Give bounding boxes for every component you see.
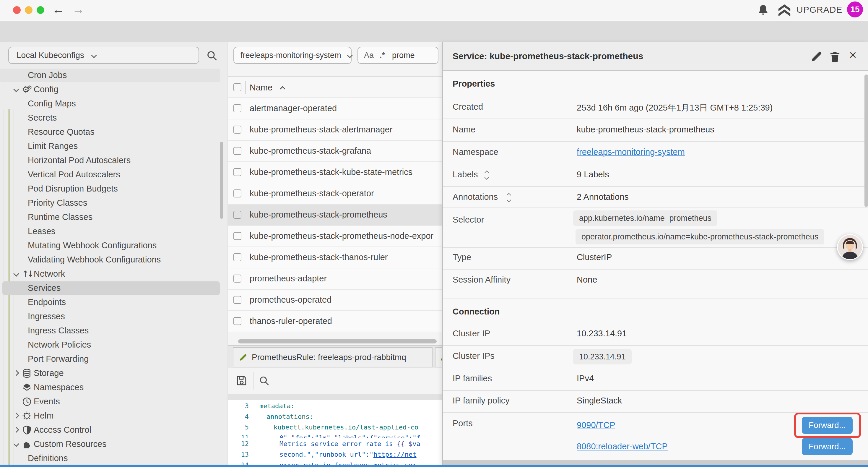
editor-tab-partial[interactable] [435,347,442,368]
sidebar-item-definitions[interactable]: Definitions [0,451,227,466]
cluster-ips-chip: 10.233.14.91 [573,349,632,364]
row-checkbox[interactable] [234,232,241,240]
runbook-url-link[interactable]: https://net [373,451,416,458]
select-all-checkbox[interactable] [234,83,241,91]
filter-input[interactable]: Aa .* prome [358,47,438,64]
sidebar-item-pod-disruption-budgets[interactable]: Pod Disruption Budgets [0,182,227,196]
ip-family-policy-value: SingleStack [577,396,622,406]
search-icon[interactable] [206,49,218,62]
sidebar-item-cron-jobs[interactable]: Cron Jobs [0,68,227,83]
table-row[interactable]: prometheus-operated [228,290,442,311]
horizontal-scrollbar[interactable] [238,339,437,344]
annotations-value[interactable]: 2 Annotations [577,192,629,202]
sidebar-item-ingresses[interactable]: Ingresses [0,310,227,324]
save-icon[interactable] [236,375,248,387]
details-horizontal-scrollbar[interactable] [443,460,868,465]
close-icon[interactable]: × [849,48,857,62]
notifications-bell-icon[interactable] [757,4,769,16]
cluster-ips-label: Cluster IPs [453,351,495,361]
sidebar-section-config[interactable]: ⚙⚙ Config [0,83,227,97]
table-row-selected[interactable]: kube-prometheus-stack-prometheus [228,205,442,226]
kubeconfig-selector[interactable]: Local Kubeconfigs [8,47,199,64]
sidebar-item-namespaces[interactable]: Namespaces [0,380,227,395]
sidebar-item-services[interactable]: Services [0,281,227,295]
sidebar-item-config-maps[interactable]: Config Maps [0,97,227,111]
sidebar-section-network[interactable]: ↑↓ Network [0,267,227,281]
window-minimize-button[interactable] [25,6,32,14]
sidebar-item-limit-ranges[interactable]: Limit Ranges [0,139,227,153]
port-link-9090[interactable]: 9090/TCP [577,420,615,430]
sidebar-item-priority-classes[interactable]: Priority Classes [0,196,227,210]
namespace-link[interactable]: freeleaps-monitoring-system [577,147,685,157]
details-scrollbar[interactable] [864,75,868,207]
notification-count-badge[interactable]: 15 [847,1,863,18]
sidebar-item-validating-webhook-configurations[interactable]: Validating Webhook Configurations [0,253,227,267]
sidebar-item-runtime-classes[interactable]: Runtime Classes [0,210,227,224]
table-row[interactable]: kube-prometheus-stack-prometheus-node-ex… [228,226,442,247]
window-close-button[interactable] [13,6,21,14]
sidebar-item-ingress-classes[interactable]: Ingress Classes [0,324,227,338]
service-details-panel: Service: kube-prometheus-stack-prometheu… [442,42,868,467]
upgrade-chevrons-icon[interactable] [778,4,791,17]
table-row[interactable]: kube-prometheus-stack-operator [228,183,442,205]
back-button[interactable]: ← [52,2,64,17]
sidebar-item-vertical-pod-autoscalers[interactable]: Vertical Pod Autoscalers [0,168,227,182]
sidebar-item-mutating-webhook-configurations[interactable]: Mutating Webhook Configurations [0,238,227,253]
row-checkbox[interactable] [234,147,241,155]
yaml-editor[interactable]: 3 metadata: 4 annotations: 5 kubectl.kub… [228,400,442,467]
table-row[interactable]: prometheus-adapter [228,268,442,290]
table-row[interactable]: alertmanager-operated [228,98,442,119]
name-column-header[interactable]: Name [250,83,272,92]
table-row[interactable]: kube-prometheus-stack-thanos-ruler [228,247,442,268]
chevron-down-icon [13,271,19,276]
regex-toggle[interactable]: .* [380,51,385,60]
table-header[interactable]: Name [228,76,442,98]
table-row[interactable]: kube-prometheus-stack-alertmanager [228,119,442,141]
sidebar-section-access-control[interactable]: Access Control [0,423,227,437]
assistant-avatar[interactable] [837,234,863,260]
sidebar-item-leases[interactable]: Leases [0,224,227,238]
sidebar-item-secrets[interactable]: Secrets [0,111,227,125]
sidebar-item-events[interactable]: Events [0,395,227,409]
navigator-sidebar: Local Kubeconfigs Cron Jobs ⚙⚙ Config Co… [0,42,227,467]
sidebar-item-resource-quotas[interactable]: Resource Quotas [0,125,227,139]
row-divider [443,119,868,119]
row-divider [443,164,868,164]
sort-ascending-icon [280,86,285,91]
row-checkbox[interactable] [234,253,241,261]
row-checkbox[interactable] [234,211,241,219]
table-row[interactable]: kube-prometheus-stack-kube-state-metrics [228,162,442,183]
row-checkbox[interactable] [234,126,241,134]
delete-trash-icon[interactable] [829,50,841,63]
upgrade-button[interactable]: UPGRADE [797,5,842,15]
edit-pencil-icon[interactable] [810,50,823,63]
row-checkbox[interactable] [234,274,241,283]
match-case-toggle[interactable]: Aa [364,51,374,60]
port-link-8080[interactable]: 8080:reloader-web/TCP [577,442,668,451]
row-divider [443,345,868,346]
filter-query-text: prome [392,51,415,60]
editor-tab-prometheusrule[interactable]: PrometheusRule: freeleaps-prod-rabbitmq [233,347,433,368]
labels-value[interactable]: 9 Labels [577,170,609,179]
sidebar-section-storage[interactable]: Storage [0,366,227,380]
sidebar-scrollbar[interactable] [220,142,223,219]
row-checkbox[interactable] [234,189,241,198]
forward-button[interactable]: → [72,2,85,17]
sidebar-item-network-policies[interactable]: Network Policies [0,338,227,352]
sidebar-item-port-forwarding[interactable]: Port Forwarding [0,352,227,366]
chevron-down-icon [13,86,19,92]
row-checkbox[interactable] [234,104,241,112]
sidebar-item-endpoints[interactable]: Endpoints [0,295,227,310]
namespace-dropdown[interactable]: freeleaps-monitoring-system [234,47,351,64]
table-row[interactable]: thanos-ruler-operated [228,311,442,332]
row-checkbox[interactable] [234,168,241,176]
forward-button-8080[interactable]: Forward... [802,438,852,455]
sidebar-item-horizontal-pod-autoscalers[interactable]: Horizontal Pod Autoscalers [0,153,227,168]
row-checkbox[interactable] [234,296,241,304]
window-zoom-button[interactable] [37,6,44,14]
sidebar-section-custom-resources[interactable]: Custom Resources [0,437,227,451]
editor-search-icon[interactable] [258,375,270,387]
table-row[interactable]: kube-prometheus-stack-grafana [228,141,442,162]
sidebar-section-helm[interactable]: Helm [0,409,227,423]
row-checkbox[interactable] [234,317,241,325]
